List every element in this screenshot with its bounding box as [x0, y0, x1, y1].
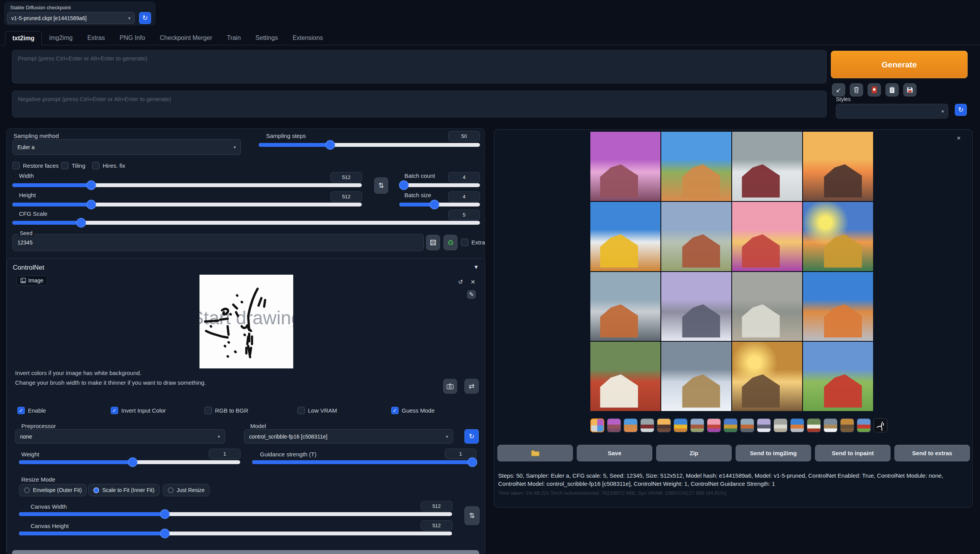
- create-canvas-button[interactable]: [12, 550, 479, 554]
- webcam-button[interactable]: [443, 379, 457, 394]
- gallery-image[interactable]: [661, 342, 731, 411]
- model-refresh-button[interactable]: ↻: [464, 429, 479, 444]
- thumbnail[interactable]: [807, 418, 821, 432]
- tab-checkpoint-merger[interactable]: Checkpoint Merger: [153, 31, 220, 45]
- thumbnail[interactable]: [690, 418, 704, 432]
- sampling-steps-value[interactable]: 50: [448, 131, 480, 141]
- gallery-image[interactable]: [732, 342, 802, 411]
- brush-button[interactable]: ✎: [467, 290, 476, 299]
- tab-extras[interactable]: Extras: [80, 31, 112, 45]
- resize-just-resize-radio[interactable]: Just Resize: [163, 484, 210, 496]
- thumbnail[interactable]: [640, 418, 654, 432]
- thumbnail[interactable]: [607, 418, 621, 432]
- thumbnail[interactable]: [657, 418, 671, 432]
- tab-extensions[interactable]: Extensions: [285, 31, 330, 45]
- save-style-button[interactable]: [903, 83, 916, 96]
- negative-prompt-input[interactable]: [12, 91, 827, 117]
- thumbnail[interactable]: [857, 418, 871, 432]
- thumbnail[interactable]: [790, 418, 804, 432]
- thumbnail[interactable]: [840, 418, 854, 432]
- weight-slider[interactable]: [19, 460, 240, 464]
- batch-size-slider[interactable]: [399, 203, 480, 206]
- batch-count-value[interactable]: 4: [448, 172, 480, 182]
- undo-button[interactable]: ↺: [456, 278, 465, 286]
- gallery-image[interactable]: [590, 342, 660, 411]
- apply-styles-button[interactable]: [885, 83, 899, 96]
- cfg-scale-slider[interactable]: [12, 221, 480, 225]
- thumbnail[interactable]: [774, 418, 787, 432]
- send-to-inpaint-button[interactable]: Send to inpaint: [815, 445, 891, 461]
- clear-prompt-button[interactable]: [850, 83, 863, 96]
- open-folder-button[interactable]: [497, 445, 573, 461]
- clear-image-button[interactable]: ✕: [469, 278, 477, 286]
- preprocessor-select[interactable]: none ▾: [15, 429, 225, 444]
- paste-params-button[interactable]: ↙: [832, 83, 845, 96]
- thumbnail[interactable]: [824, 418, 837, 432]
- tab-png-info[interactable]: PNG Info: [112, 31, 153, 45]
- send-to-img2img-button[interactable]: Send to img2img: [736, 445, 811, 461]
- tab-train[interactable]: Train: [220, 31, 248, 45]
- mirror-button[interactable]: ⇄: [464, 379, 479, 394]
- canvas-height-slider[interactable]: [19, 532, 452, 535]
- gallery-image[interactable]: [803, 272, 873, 341]
- height-slider[interactable]: [12, 203, 362, 206]
- guess-mode-checkbox[interactable]: Guess Mode: [391, 407, 435, 414]
- batch-size-value[interactable]: 4: [448, 191, 480, 202]
- tab-txt2img[interactable]: txt2img: [5, 31, 42, 45]
- low-vram-checkbox[interactable]: Low VRAM: [297, 407, 337, 414]
- thumbnail[interactable]: [740, 418, 754, 432]
- invert-input-color-checkbox[interactable]: Invert Input Color: [111, 407, 166, 414]
- gallery-image[interactable]: [590, 272, 660, 341]
- send-to-extras-button[interactable]: Send to extras: [894, 445, 970, 461]
- styles-select[interactable]: ▾: [836, 104, 948, 119]
- guidance-strength-slider[interactable]: [252, 460, 474, 464]
- swap-canvas-dimensions-button[interactable]: ⇅: [464, 506, 480, 525]
- thumbnail[interactable]: [674, 418, 688, 432]
- checkpoint-select[interactable]: v1-5-pruned.ckpt [e1441589a6] ▾: [7, 12, 135, 24]
- rgb-to-bgr-checkbox[interactable]: RGB to BGR: [205, 407, 248, 414]
- canvas-width-slider[interactable]: [19, 512, 452, 516]
- sampling-steps-slider[interactable]: [259, 143, 480, 147]
- resize-scale-to-fit-radio[interactable]: Scale to Fit (Inner Fit): [88, 484, 160, 496]
- thumbnail[interactable]: [757, 418, 771, 432]
- tab-settings[interactable]: Settings: [248, 31, 285, 45]
- prompt-input[interactable]: [12, 50, 827, 83]
- resize-envelope-radio[interactable]: Envelope (Outer Fit): [19, 484, 87, 496]
- width-value[interactable]: 512: [330, 172, 362, 182]
- gallery-image[interactable]: [590, 132, 660, 201]
- controlnet-enable-checkbox[interactable]: Enable: [17, 407, 46, 414]
- generate-button[interactable]: Generate: [831, 51, 968, 78]
- tiling-checkbox[interactable]: Tiling: [61, 162, 85, 169]
- thumbnail-scribble[interactable]: [873, 418, 887, 432]
- gallery-image[interactable]: [661, 132, 731, 201]
- save-button[interactable]: Save: [577, 445, 652, 461]
- weight-value[interactable]: 1: [209, 449, 241, 459]
- model-select[interactable]: control_scribble-fp16 [c508311e] ▾: [244, 429, 453, 444]
- gallery-image[interactable]: [803, 342, 873, 411]
- swap-dimensions-button[interactable]: ⇅: [374, 177, 388, 194]
- checkpoint-refresh-button[interactable]: ↻: [139, 12, 151, 24]
- canvas-height-value[interactable]: 512: [421, 520, 452, 531]
- thumbnail[interactable]: [624, 418, 638, 432]
- gallery-image[interactable]: [661, 202, 731, 271]
- controlnet-drawing-canvas[interactable]: Start drawing: [199, 275, 293, 368]
- thumbnail[interactable]: [590, 418, 604, 432]
- styles-refresh-button[interactable]: ↻: [955, 104, 967, 116]
- gallery-image[interactable]: [803, 202, 873, 271]
- extra-seed-checkbox[interactable]: Extra: [461, 239, 485, 246]
- gallery-image[interactable]: [590, 202, 660, 271]
- gallery-image[interactable]: [732, 132, 802, 201]
- gallery-image[interactable]: [732, 272, 802, 341]
- collapse-caret-icon[interactable]: ▼: [473, 264, 479, 270]
- random-seed-button[interactable]: ⚄: [426, 235, 440, 250]
- sampling-method-select[interactable]: Euler a ▾: [12, 139, 241, 155]
- seed-input[interactable]: 12345: [12, 234, 424, 251]
- height-value[interactable]: 512: [330, 191, 362, 202]
- extra-networks-button[interactable]: [868, 83, 881, 96]
- thumbnail[interactable]: [724, 418, 738, 432]
- restore-faces-checkbox[interactable]: Restore faces: [12, 162, 59, 169]
- reuse-seed-button[interactable]: ♻: [444, 235, 457, 250]
- gallery-image[interactable]: [661, 272, 731, 341]
- canvas-width-value[interactable]: 512: [421, 501, 452, 511]
- cfg-scale-value[interactable]: 5: [448, 210, 480, 220]
